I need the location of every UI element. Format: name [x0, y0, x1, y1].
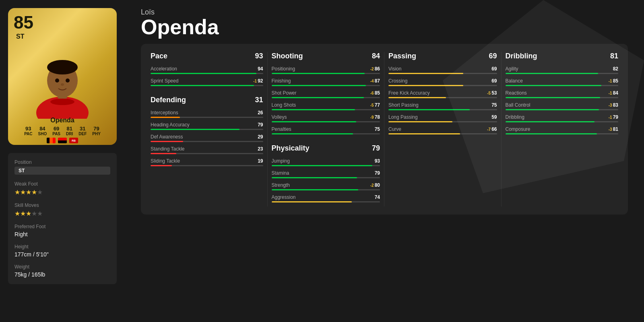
balance-stat: Balance -1 85: [506, 78, 619, 86]
heading-accuracy-value: 79: [258, 122, 263, 128]
dribbling-skill-label: Dribbling: [506, 114, 524, 120]
dribbling-skill-value: -1 79: [609, 114, 618, 120]
composure-value: -3 81: [609, 126, 618, 132]
height-label: Height: [14, 244, 110, 250]
svg-point-8: [50, 99, 74, 105]
sliding-tackle-value: 19: [258, 158, 263, 164]
dribbling-value: 81: [610, 52, 618, 60]
ball-control-value: -3 83: [609, 102, 618, 108]
agility-label: Agility: [506, 66, 518, 72]
position-row: Position ST: [14, 159, 110, 175]
balance-value: -1 85: [609, 78, 618, 84]
short-passing-value: 75: [491, 102, 497, 108]
penalties-label: Penalties: [272, 126, 291, 132]
svg-point-5: [55, 78, 59, 83]
shot-power-label: Shot Power: [272, 90, 297, 96]
skill-moves-stars: ★★★★★: [14, 210, 110, 217]
passing-value: 69: [489, 52, 497, 60]
short-passing-stat: Short Passing 75: [388, 102, 497, 110]
pace-category: Pace 93 Acceleration 94 Sprint Speed -1 …: [151, 52, 268, 206]
weak-foot-stars: ★★★★★: [14, 188, 110, 196]
short-passing-label: Short Passing: [388, 102, 419, 108]
preferred-foot-row: Preferred Foot Right: [14, 224, 110, 237]
shooting-label: Shooting: [272, 52, 303, 60]
acceleration-value: 94: [258, 66, 263, 72]
passing-header: Passing 69: [388, 52, 497, 60]
ball-control-label: Ball Control: [506, 102, 530, 108]
weight-label: Weight: [14, 264, 110, 270]
interceptions-stat: Interceptions 26: [151, 110, 263, 118]
bundesliga-flag: [58, 138, 67, 143]
strength-value: -2 80: [370, 182, 380, 188]
agility-stat: Agility 82: [506, 66, 619, 74]
svg-point-7: [61, 83, 64, 86]
preferred-foot-value: Right: [14, 231, 110, 237]
card-player-name: Openda: [8, 117, 117, 124]
strength-label: Strength: [272, 182, 290, 188]
position-badge: ST: [14, 167, 110, 175]
finishing-stat: Finishing -4 87: [272, 78, 380, 86]
card-stat-phy: 79 PHY: [92, 126, 101, 136]
shooting-value: 84: [372, 52, 380, 60]
height-value: 177cm / 5'10": [14, 251, 110, 258]
physicality-value: 79: [372, 144, 380, 153]
dribbling-skill-stat: Dribbling -1 79: [506, 114, 619, 122]
free-kick-accuracy-label: Free Kick Accuracy: [388, 90, 430, 96]
preferred-foot-label: Preferred Foot: [14, 224, 110, 229]
height-row: Height 177cm / 5'10": [14, 244, 110, 258]
def-awareness-value: 29: [258, 134, 263, 140]
agility-value: 82: [613, 66, 618, 72]
curve-value: -7 66: [487, 126, 497, 132]
weak-foot-label: Weak Foot: [14, 181, 110, 187]
curve-stat: Curve -7 66: [388, 126, 497, 134]
dribbling-category: Dribbling 81 Agility 82 Balance -1 85: [502, 52, 619, 206]
passing-label: Passing: [388, 52, 416, 60]
crossing-stat: Crossing 69: [388, 78, 497, 86]
acceleration-stat: Acceleration 94: [151, 66, 263, 74]
ball-control-stat: Ball Control -3 83: [506, 102, 619, 110]
finishing-label: Finishing: [272, 78, 291, 84]
defending-label: Defending: [151, 96, 186, 104]
standing-tackle-label: Standing Tackle: [151, 146, 185, 152]
curve-label: Curve: [388, 126, 401, 132]
right-panel: Loïs Openda Pace 93 Acceleration 94 Spri…: [133, 8, 636, 215]
jumping-value: 93: [375, 158, 380, 164]
player-card: 85 ST: [8, 8, 117, 145]
defending-value: 31: [255, 96, 263, 104]
positioning-stat: Positioning -2 86: [272, 66, 380, 74]
stamina-value: 79: [375, 170, 380, 176]
heading-accuracy-stat: Heading Accuracy 79: [151, 122, 263, 130]
left-panel: 85 ST: [8, 8, 133, 284]
card-stat-pac: 93 PAC: [24, 126, 32, 136]
card-flags: RB: [8, 138, 117, 143]
svg-point-4: [47, 60, 78, 74]
interceptions-label: Interceptions: [151, 110, 178, 116]
shot-power-value: -6 85: [370, 90, 380, 96]
stamina-stat: Stamina 79: [272, 170, 380, 178]
sliding-tackle-stat: Sliding Tackle 19: [151, 158, 263, 166]
volleys-stat: Volleys -9 78: [272, 114, 380, 122]
crossing-value: 69: [491, 78, 497, 84]
jumping-label: Jumping: [272, 158, 290, 164]
player-last-name: Openda: [141, 17, 628, 37]
player-image: [22, 38, 103, 119]
penalties-value: 75: [375, 126, 380, 132]
player-info-panel: Position ST Weak Foot ★★★★★ Skill Moves …: [8, 153, 117, 284]
long-shots-value: -5 77: [370, 102, 380, 108]
pace-label: Pace: [151, 52, 167, 60]
card-stats-row: 93 PAC 84 SHO 69 PAS 81 DRI 31 DEF 79 PH…: [8, 126, 117, 136]
reactions-label: Reactions: [506, 90, 527, 96]
positioning-value: -2 86: [370, 66, 380, 72]
strength-stat: Strength -2 80: [272, 182, 380, 190]
long-passing-value: 59: [491, 114, 497, 120]
dribbling-label: Dribbling: [506, 52, 537, 60]
stamina-label: Stamina: [272, 170, 289, 176]
skill-moves-row: Skill Moves ★★★★★: [14, 202, 110, 217]
aggression-label: Aggression: [272, 194, 296, 200]
acceleration-label: Acceleration: [151, 66, 177, 72]
finishing-value: -4 87: [370, 78, 380, 84]
weak-foot-row: Weak Foot ★★★★★: [14, 181, 110, 196]
player-name-header: Loïs Openda: [141, 8, 628, 37]
defending-header: Defending 31: [151, 96, 263, 104]
sliding-tackle-label: Sliding Tackle: [151, 158, 180, 164]
